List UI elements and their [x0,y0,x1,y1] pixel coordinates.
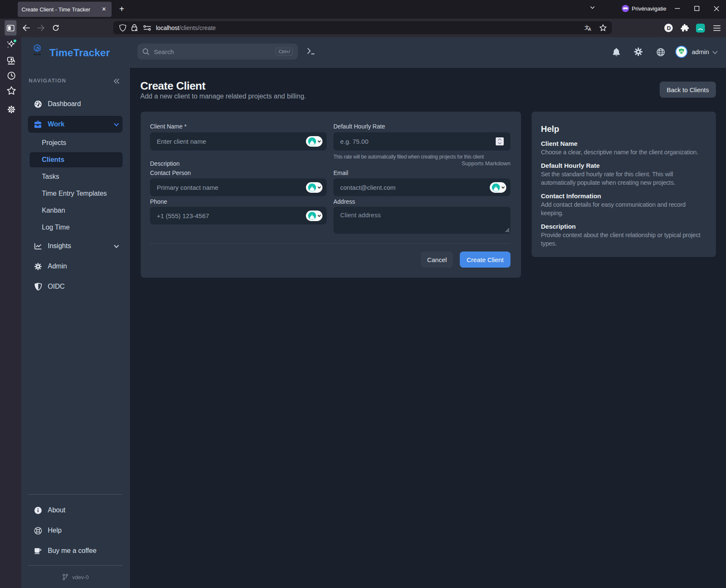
svg-text:A: A [588,27,591,31]
svg-text:D: D [667,25,671,31]
svg-text:DAYTRX: DAYTRX [34,54,41,56]
